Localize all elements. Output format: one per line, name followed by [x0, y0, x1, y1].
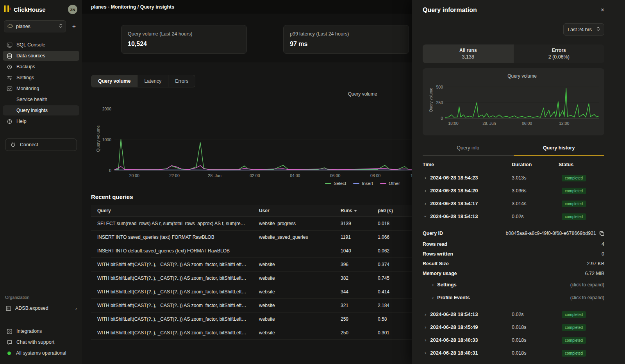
- history-row[interactable]: 2024-06-28 18:54:17 3.014s completed: [423, 197, 604, 210]
- history-time: 2024-06-28 18:54:20: [430, 188, 478, 194]
- sidebar-item-chat-support[interactable]: Chat with support: [3, 337, 79, 347]
- history-row[interactable]: 2024-06-28 18:45:49 0.018s completed: [423, 321, 604, 334]
- avatar[interactable]: ZN: [68, 5, 77, 14]
- chevron-right-icon[interactable]: [425, 325, 426, 330]
- building-icon: [5, 305, 11, 311]
- chevron-right-icon[interactable]: [425, 188, 426, 193]
- history-duration: 0.018s: [512, 325, 559, 330]
- brand-name: ClickHouse: [14, 6, 65, 13]
- runs-cell: 1191: [334, 231, 371, 244]
- sidebar-item-settings[interactable]: Settings: [3, 73, 79, 83]
- legend-item[interactable]: Other: [380, 181, 400, 186]
- summary-all-runs[interactable]: All runs 3,138: [423, 44, 514, 63]
- y-tick-label: 500: [436, 85, 443, 89]
- user-cell: [253, 244, 334, 258]
- status-badge: completed: [562, 350, 586, 357]
- column-header-user[interactable]: User: [253, 205, 334, 217]
- system-status-row[interactable]: All systems operational: [3, 348, 79, 358]
- sidebar-item-label: Backups: [16, 64, 35, 69]
- sidebar-item-help[interactable]: Help: [3, 116, 79, 126]
- tab-query-info[interactable]: Query info: [423, 141, 514, 155]
- chevron-right-icon[interactable]: [425, 312, 426, 317]
- organization-name: ADSB.exposed: [15, 305, 48, 311]
- chart-tabs: Query volume Latency Errors: [91, 75, 195, 87]
- sidebar-item-sql-console[interactable]: SQL Console: [3, 40, 79, 50]
- organization-row[interactable]: ADSB.exposed: [0, 303, 82, 313]
- history-row[interactable]: 2024-06-28 18:40:33 0.018s completed: [423, 334, 604, 346]
- sidebar-item-label: SQL Console: [16, 42, 45, 48]
- table-row[interactable]: INSERT INTO default.saved_queries (text)…: [91, 244, 427, 258]
- query-cell: WITH bitShiftLeft(CAST(?..), _CAST(?..))…: [91, 272, 253, 285]
- table-row[interactable]: WITH bitShiftLeft(CAST(?..), _CAST(?..))…: [91, 326, 427, 340]
- history-row[interactable]: 2024-06-28 18:40:31 0.018s completed: [423, 346, 604, 359]
- tab-latency[interactable]: Latency: [138, 75, 168, 87]
- tab-errors[interactable]: Errors: [168, 75, 195, 87]
- close-icon[interactable]: ×: [601, 7, 604, 13]
- table-row[interactable]: WITH bitShiftLeft(CAST(?..), _CAST(?..))…: [91, 299, 427, 313]
- settings-expandable[interactable]: Settings (click to expand): [423, 278, 604, 291]
- service-selector-value: planes: [16, 24, 56, 29]
- column-header-query[interactable]: Query: [91, 205, 253, 217]
- tab-query-volume[interactable]: Query volume: [91, 75, 138, 87]
- sidebar-item-label: Chat with support: [16, 339, 54, 345]
- legend-item[interactable]: Select: [325, 181, 346, 186]
- table-row[interactable]: WITH bitShiftLeft(CAST(?..), _CAST(?..))…: [91, 313, 427, 326]
- sidebar-item-label: Help: [16, 119, 27, 124]
- history-duration: 0.02s: [512, 312, 559, 317]
- query-cell: WITH bitShiftLeft(CAST(?..), _CAST(?..))…: [91, 313, 253, 326]
- chevron-right-icon[interactable]: [425, 175, 426, 180]
- column-header-runs[interactable]: Runs: [334, 205, 371, 217]
- connect-button[interactable]: Connect: [5, 138, 77, 151]
- time-range-value: Last 24 hrs: [568, 27, 592, 32]
- table-header-row: Query User Runs p50 (s): [91, 205, 427, 217]
- service-row: planes +: [0, 17, 82, 35]
- summary-errors[interactable]: Errors 2 (0.06%): [514, 44, 605, 63]
- y-tick-label: 250: [436, 100, 443, 105]
- runs-cell: 259: [334, 313, 371, 326]
- panel-title: Query information: [423, 7, 477, 14]
- chevron-right-icon: [432, 282, 434, 287]
- sidebar-item-integrations[interactable]: Integrations: [3, 326, 79, 336]
- sidebar-item-query-insights[interactable]: Query insights: [3, 105, 79, 115]
- time-range-select[interactable]: Last 24 hrs: [563, 23, 604, 36]
- table-row[interactable]: INSERT INTO saved_queries (text) FORMAT …: [91, 231, 427, 244]
- chevron-up-down-icon: [596, 27, 600, 32]
- service-selector[interactable]: planes: [4, 20, 66, 32]
- sidebar-item-data-sources[interactable]: Data sources: [3, 51, 79, 61]
- profile-events-expandable[interactable]: Profile Events (click to expand): [423, 291, 604, 304]
- sidebar-item-label: Integrations: [16, 328, 42, 334]
- table-row[interactable]: WITH bitShiftLeft(CAST(?..), _CAST(?..))…: [91, 272, 427, 285]
- clickhouse-logo-icon[interactable]: [4, 5, 11, 14]
- chevron-down-icon[interactable]: [423, 215, 428, 217]
- chevron-up-down-icon: [59, 23, 62, 29]
- recent-queries-title: Recent queries: [91, 194, 427, 200]
- detail-query-id: Query ID b0845aa9-a8c9-49f0-8f68-e678669…: [423, 227, 604, 239]
- sidebar-item-monitoring[interactable]: Monitoring: [3, 83, 79, 94]
- chevron-right-icon[interactable]: [425, 350, 426, 355]
- help-icon: [6, 118, 12, 124]
- chevron-right-icon[interactable]: [425, 201, 426, 206]
- sidebar-item-label: Service health: [16, 97, 47, 102]
- history-row[interactable]: 2024-06-28 18:54:23 3.013s completed: [423, 171, 604, 184]
- history-row-expanded[interactable]: 2024-06-28 18:54:13 0.02s completed: [423, 210, 604, 223]
- system-status-label: All systems operational: [16, 350, 66, 356]
- summary-label: All runs: [423, 48, 514, 53]
- table-row[interactable]: SELECT sum(read_rows) AS r, sum(total_ro…: [91, 217, 427, 231]
- y-tick-label: 0: [441, 116, 443, 121]
- y-axis-ticks: 0250500: [433, 83, 443, 118]
- legend-label: Insert: [362, 181, 373, 186]
- table-row[interactable]: WITH bitShiftLeft(CAST(?..), _CAST(?..))…: [91, 285, 427, 299]
- history-row[interactable]: 2024-06-28 18:54:13 0.02s completed: [423, 308, 604, 321]
- table-row[interactable]: WITH bitShiftLeft(CAST(?..), _CAST(?..))…: [91, 258, 427, 272]
- sidebar-item-label: Monitoring: [16, 86, 39, 91]
- user-cell: website: [253, 326, 334, 340]
- sidebar-item-service-health[interactable]: Service health: [3, 94, 79, 105]
- tab-query-history[interactable]: Query history: [514, 141, 605, 156]
- history-row[interactable]: 2024-06-28 18:54:20 3.036s completed: [423, 184, 604, 197]
- add-service-button[interactable]: +: [71, 23, 77, 30]
- copy-icon[interactable]: [599, 231, 604, 236]
- sidebar-item-backups[interactable]: Backups: [3, 62, 79, 72]
- legend-item[interactable]: Insert: [353, 181, 373, 186]
- chevron-right-icon[interactable]: [425, 337, 426, 343]
- stat-label: Query volume (Last 24 hours): [128, 31, 240, 37]
